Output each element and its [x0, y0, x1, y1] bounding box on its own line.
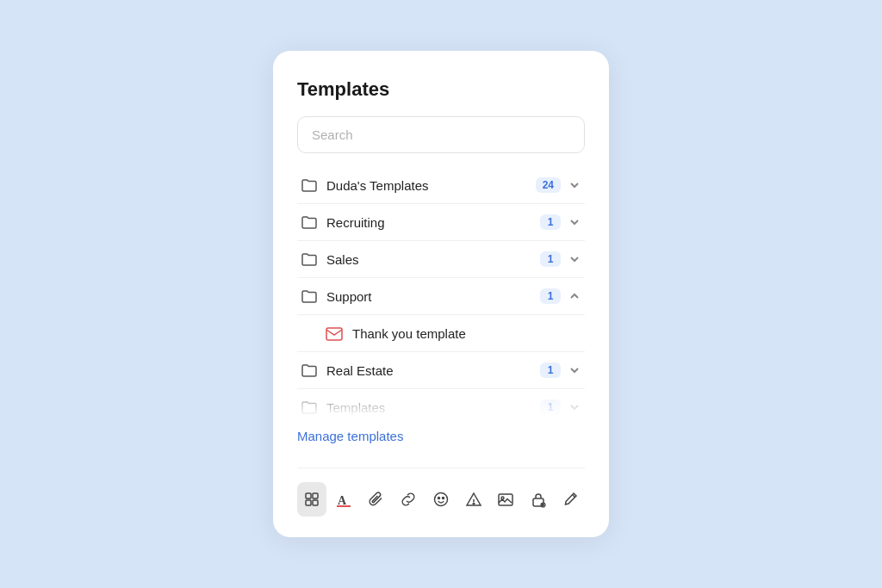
chevron-down-icon	[568, 400, 581, 414]
pen-icon	[562, 491, 579, 508]
lock-button[interactable]: 0	[524, 482, 553, 517]
group-label: Sales	[326, 252, 540, 267]
emoji-button[interactable]	[426, 482, 456, 517]
image-button[interactable]	[491, 482, 520, 517]
svg-point-8	[438, 498, 440, 499]
svg-point-7	[435, 493, 448, 506]
svg-text:A: A	[338, 494, 347, 507]
templates-panel: Templates Duda's Templates 24 R	[273, 51, 609, 537]
attachment-icon	[368, 491, 385, 508]
group-label: Templates	[326, 400, 540, 415]
template-groups: Duda's Templates 24 Recruiting 1	[297, 167, 585, 417]
svg-rect-13	[499, 494, 512, 505]
grid-button[interactable]	[297, 482, 326, 517]
folder-icon	[301, 214, 318, 231]
group-label: Real Estate	[326, 363, 540, 378]
group-badge: 1	[540, 362, 561, 378]
chevron-down-icon	[568, 252, 581, 266]
group-label: Recruiting	[326, 215, 540, 230]
group-label: Duda's Templates	[326, 178, 536, 193]
folder-icon	[301, 399, 318, 416]
template-item[interactable]: Thank you template	[297, 315, 585, 352]
group-badge: 24	[536, 177, 561, 193]
svg-point-12	[473, 503, 475, 504]
text-button[interactable]: A	[330, 482, 359, 517]
svg-rect-0	[326, 328, 342, 340]
email-icon	[325, 324, 344, 343]
pen-button[interactable]	[556, 482, 585, 517]
text-icon: A	[335, 491, 352, 508]
chevron-down-icon	[568, 178, 581, 192]
svg-rect-2	[313, 493, 318, 498]
image-icon	[497, 491, 514, 508]
lock-icon: 0	[530, 491, 547, 508]
svg-point-9	[443, 498, 444, 499]
toolbar: A	[297, 467, 585, 517]
folder-icon	[301, 176, 318, 194]
folder-icon	[301, 288, 318, 305]
list-item[interactable]: Templates 1	[297, 389, 585, 417]
chevron-up-icon	[568, 289, 581, 303]
grid-icon	[303, 491, 320, 508]
attachment-button[interactable]	[362, 482, 391, 517]
manage-templates-link[interactable]: Manage templates	[297, 429, 585, 450]
link-button[interactable]	[394, 482, 424, 517]
folder-icon	[301, 251, 318, 268]
list-item[interactable]: Sales 1	[297, 241, 585, 278]
link-icon	[400, 491, 417, 508]
list-item[interactable]: Real Estate 1	[297, 352, 585, 389]
search-wrapper	[297, 116, 585, 153]
svg-point-14	[501, 497, 504, 499]
chevron-down-icon	[568, 215, 581, 229]
template-label: Thank you template	[352, 326, 466, 341]
folder-icon	[301, 362, 318, 379]
search-input[interactable]	[297, 116, 585, 153]
chevron-down-icon	[568, 363, 581, 377]
alert-icon	[465, 491, 482, 508]
list-item[interactable]: Support 1	[297, 278, 585, 315]
list-item[interactable]: Duda's Templates 24	[297, 167, 585, 204]
emoji-icon	[432, 491, 450, 508]
svg-rect-3	[306, 500, 311, 505]
group-badge: 1	[540, 399, 561, 415]
list-item[interactable]: Recruiting 1	[297, 204, 585, 241]
group-label: Support	[326, 289, 540, 304]
group-badge: 1	[540, 288, 561, 304]
alert-button[interactable]	[459, 482, 488, 517]
svg-rect-4	[313, 500, 318, 505]
panel-title: Templates	[297, 78, 585, 101]
group-badge: 1	[540, 251, 561, 267]
template-list: Duda's Templates 24 Recruiting 1	[297, 167, 585, 417]
svg-rect-1	[306, 493, 311, 498]
group-badge: 1	[540, 214, 561, 230]
